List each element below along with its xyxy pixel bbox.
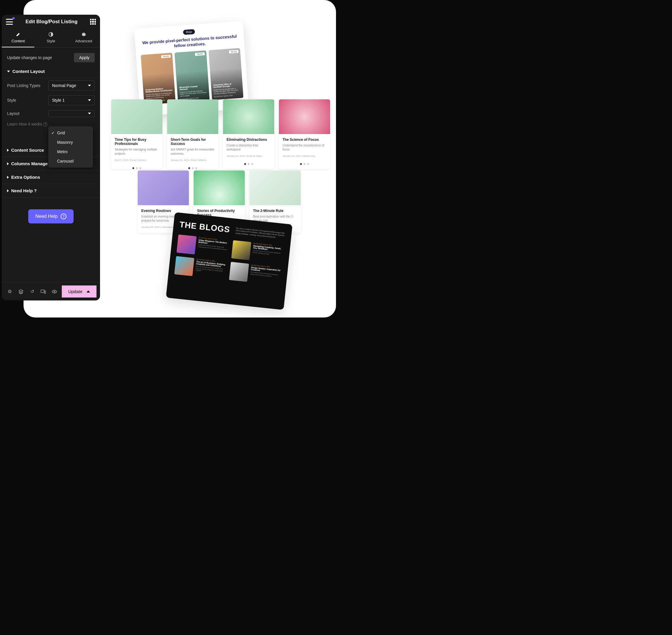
blog-card: Eliminating DistractionsCreate a distrac…: [223, 100, 274, 169]
apps-icon[interactable]: [90, 19, 96, 25]
chevron-down-icon: [88, 100, 91, 101]
chevron-down-icon: [88, 85, 91, 86]
contrast-icon: [48, 32, 54, 37]
tab-advanced[interactable]: Advanced: [67, 29, 100, 47]
blog-image: [111, 100, 162, 134]
svg-point-3: [54, 291, 55, 292]
blog-grid-row: Time Tips for Busy ProfessionalsStrategi…: [111, 100, 330, 169]
villa-card: VILLAS Minimalist Coastal Retreats Exper…: [174, 50, 209, 103]
help-icon: ?: [61, 214, 66, 219]
preview-heading: We provide pixel-perfect solutions to su…: [140, 33, 240, 51]
tabs: Content Style Advanced: [2, 29, 100, 48]
villa-card: VILLAS Exploring Modern Mediterranean Ar…: [141, 53, 176, 105]
collapse-icon: [7, 70, 10, 72]
responsive-icon[interactable]: [39, 287, 48, 296]
dark-item: By John Doe | April 15, 2024Navigating C…: [231, 240, 285, 264]
expand-icon: [7, 162, 9, 165]
help-icon: ?: [43, 122, 47, 126]
pagination-dots: [167, 167, 218, 169]
post-listing-select[interactable]: Normal Page: [48, 81, 95, 91]
layout-select[interactable]: [48, 110, 95, 117]
menu-icon[interactable]: [6, 19, 13, 25]
apply-button[interactable]: Apply: [74, 53, 95, 62]
blog-card: The Science of FocusUnderstand the neuro…: [279, 100, 330, 169]
blog-image: [194, 171, 245, 205]
layers-icon[interactable]: [17, 287, 25, 296]
blog-card: Time Tips for Busy ProfessionalsStrategi…: [111, 100, 162, 169]
svg-rect-2: [44, 291, 46, 293]
blog-image: [167, 100, 218, 134]
style-select[interactable]: Style 1: [48, 95, 95, 105]
dark-title: THE BLOGS: [179, 220, 230, 235]
blog-image: [250, 171, 301, 205]
bottom-bar: ⚙ ↺ Update: [2, 282, 100, 301]
history-icon[interactable]: ↺: [28, 287, 37, 296]
section-need-help[interactable]: Need Help ?: [2, 184, 100, 198]
layout-dropdown: Grid Masonry Metro Carousel: [48, 126, 93, 168]
expand-icon: [7, 176, 9, 179]
tab-style[interactable]: Style: [35, 29, 67, 47]
pagination-dots: [111, 167, 162, 169]
field-label: Style: [7, 98, 45, 103]
chevron-up-icon: [86, 290, 90, 292]
editor-panel: Edit Blog/Post Listing Content Style Adv…: [2, 15, 100, 301]
dark-item: By John Doe | April 15, 2024Urban Elegan…: [176, 234, 230, 258]
settings-icon[interactable]: ⚙: [5, 287, 14, 296]
update-button[interactable]: Update: [62, 285, 97, 298]
dropdown-option-masonry[interactable]: Masonry: [48, 137, 93, 147]
expand-icon: [7, 189, 9, 192]
panel-title: Edit Blog/Post Listing: [13, 19, 90, 25]
section-extra-options[interactable]: Extra Options: [2, 171, 100, 184]
dropdown-option-grid[interactable]: Grid: [48, 128, 93, 137]
update-label: Update changes to page: [7, 55, 52, 60]
blog-card: Short-Term Goals for SuccessSet SMART go…: [167, 100, 218, 169]
preview-card-dark: THE BLOGS Dive into a curated collection…: [166, 212, 292, 310]
blog-image: [223, 100, 274, 134]
dropdown-option-carousel[interactable]: Carousel: [48, 156, 93, 166]
expand-icon: [7, 149, 9, 152]
dark-item: By John Doe | April 15, 2024The Art of B…: [174, 256, 227, 280]
dark-item: By John Doe | April 15, 2024Design Quote…: [229, 262, 282, 285]
svg-rect-1: [41, 290, 44, 292]
blog-image: [279, 100, 330, 134]
dropdown-option-metro[interactable]: Metro: [48, 147, 93, 156]
blog-image: [138, 171, 189, 205]
need-help-button[interactable]: Need Help?: [28, 209, 74, 223]
villa-card: VILLAS Charming Villas of Southern Europ…: [208, 48, 243, 100]
section-content-layout[interactable]: Content Layout: [2, 65, 100, 78]
blogs-badge: Blogs: [183, 29, 195, 35]
field-label: Layout: [7, 111, 45, 116]
field-label: Post Listing Types: [7, 83, 45, 88]
tab-content[interactable]: Content: [2, 29, 35, 47]
eye-icon[interactable]: [50, 287, 59, 296]
pagination-dots: [279, 163, 330, 165]
chevron-down-icon: [88, 113, 91, 114]
gear-icon: [81, 32, 86, 37]
pagination-dots: [223, 163, 274, 165]
pencil-icon: [16, 32, 21, 37]
